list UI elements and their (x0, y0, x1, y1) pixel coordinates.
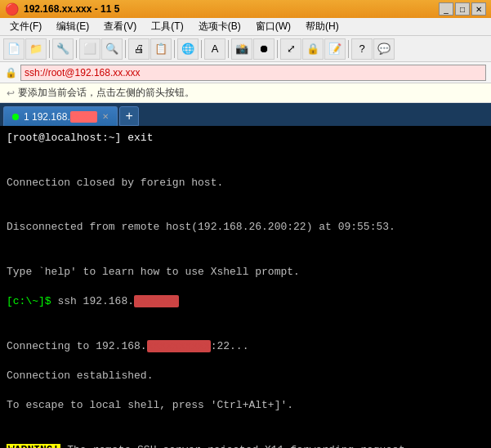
font-button[interactable]: A (204, 38, 225, 60)
term-line-1: [root@localhost:~] exit (7, 131, 484, 146)
fullscreen-button[interactable]: ⤢ (280, 38, 301, 60)
menu-edit[interactable]: 编辑(E) (50, 18, 96, 35)
tab-status-dot (12, 114, 19, 120)
menu-view[interactable]: 查看(V) (97, 18, 143, 35)
term-line-5: Disconnected from remote host(192.168.26… (7, 220, 484, 235)
tabs-bar: 1 192.168.xx.xxx ✕ + (0, 103, 491, 126)
term-line-12: To escape to local shell, press 'Ctrl+Al… (7, 398, 484, 413)
window-title: 192.168.xx.xxx - 11 5 (24, 3, 434, 15)
chat-button[interactable]: 💬 (373, 38, 395, 60)
record-button[interactable]: ⏺ (253, 38, 275, 60)
search-button[interactable]: 🔍 (101, 38, 123, 60)
term-line-7: Type `help' to learn how to use Xshell p… (7, 265, 484, 280)
window-controls: _ □ ✕ (439, 2, 486, 16)
toolbar-group-1: 📄 📁 🔧 ⬜ 🔍 🖨 📋 🌐 A 📸 ⏺ ⤢ 🔒 📝 ? 💬 (3, 38, 395, 60)
sessions-button[interactable]: ⬜ (79, 38, 100, 60)
close-button[interactable]: ✕ (471, 2, 486, 16)
address-input[interactable] (20, 65, 486, 81)
print-button[interactable]: 🖨 (128, 38, 150, 60)
menu-tools[interactable]: 工具(T) (145, 18, 190, 35)
menu-window[interactable]: 窗口(W) (249, 18, 297, 35)
term-line-3: Connection closed by foreign host. (7, 176, 484, 190)
terminal[interactable]: [root@localhost:~] exit Connection close… (0, 126, 491, 448)
new-tab-button[interactable]: + (119, 106, 139, 126)
globe-button[interactable]: 🌐 (177, 38, 199, 60)
new-session-button[interactable]: 📄 (3, 38, 25, 60)
term-line-14: WARNING! The remote SSH server rejected … (7, 443, 484, 448)
menu-help[interactable]: 帮助(H) (299, 18, 346, 35)
capture-button[interactable]: 📸 (231, 38, 252, 60)
app-icon: 🔴 (5, 2, 19, 16)
menu-bar: 文件(F) 编辑(E) 查看(V) 工具(T) 选项卡(B) 窗口(W) 帮助(… (0, 18, 491, 36)
lock-button[interactable]: 🔒 (302, 38, 324, 60)
info-text: 要添加当前会话，点击左侧的箭头按钮。 (18, 86, 194, 100)
lock-icon: 🔒 (5, 67, 17, 78)
toolbar: 📄 📁 🔧 ⬜ 🔍 🖨 📋 🌐 A 📸 ⏺ ⤢ 🔒 📝 ? 💬 (0, 36, 491, 62)
term-line-8: [c:\~]$ ssh 192.168.xxxxxxx (7, 294, 484, 309)
info-bar: ↩ 要添加当前会话，点击左侧的箭头按钮。 (0, 83, 491, 103)
properties-button[interactable]: 🔧 (52, 38, 74, 60)
term-line-11: Connection established. (7, 369, 484, 383)
tab-session-1[interactable]: 1 192.168.xx.xxx ✕ (3, 106, 118, 126)
info-icon: ↩ (7, 87, 15, 99)
tab-close-button[interactable]: ✕ (102, 112, 109, 121)
title-bar: 🔴 192.168.xx.xxx - 11 5 _ □ ✕ (0, 0, 491, 18)
help-button[interactable]: ? (351, 38, 373, 60)
menu-tabs[interactable]: 选项卡(B) (192, 18, 248, 35)
print2-button[interactable]: 📋 (150, 38, 172, 60)
minimize-button[interactable]: _ (439, 2, 453, 16)
tab-label: 1 192.168.xx.xxx (24, 111, 97, 123)
open-button[interactable]: 📁 (25, 38, 47, 60)
term-line-10: Connecting to 192.168.xxxxxxxxxx:22... (7, 339, 484, 354)
maximize-button[interactable]: □ (455, 2, 470, 16)
menu-file[interactable]: 文件(F) (3, 18, 48, 35)
address-bar: 🔒 (0, 62, 491, 83)
script-button[interactable]: 📝 (324, 38, 346, 60)
